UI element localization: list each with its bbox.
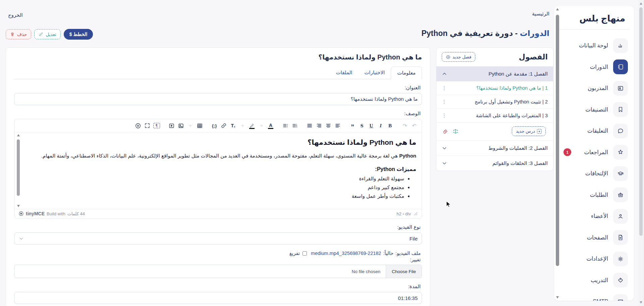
kebab-menu-icon[interactable]: ⋮	[442, 85, 447, 91]
italic-icon[interactable]: I	[377, 122, 384, 129]
undo-icon[interactable]: ↶	[411, 122, 418, 129]
chapter-row-1[interactable]: الفصل 1: مقدمة عن Python	[436, 67, 553, 81]
lesson-title-input[interactable]	[14, 93, 422, 105]
link-icon[interactable]	[220, 122, 227, 129]
removeformat-icon[interactable]: Tx	[230, 122, 236, 129]
courses-breadcrumb-link[interactable]: الدورات	[520, 29, 549, 38]
backcolor-icon[interactable]	[249, 122, 255, 129]
sidebar-item-reviews[interactable]: المراجعات 1	[563, 142, 628, 163]
tab-quizzes[interactable]: الاختبارات	[358, 67, 391, 79]
scroll-up-arrow-icon[interactable]	[17, 134, 20, 136]
title-field-label: العنوان:	[15, 85, 421, 91]
bullist-icon[interactable]	[282, 122, 289, 129]
bullet-item: سهولة التعلم والقراءة	[30, 176, 404, 182]
tab-info[interactable]: معلومات	[391, 67, 422, 79]
lesson-row-2[interactable]: 2 | تثبيت Python وتشغيل أول برنامج ⋮	[436, 95, 553, 109]
rename-chapter-icon[interactable]	[452, 128, 459, 134]
duration-input[interactable]	[14, 292, 422, 304]
fullscreen-icon[interactable]	[144, 122, 151, 129]
resize-grip-icon[interactable]	[414, 212, 418, 216]
sidebar-item-comments[interactable]: التعليقات	[563, 120, 628, 142]
sidebar-item-settings[interactable]: الإعدادات	[563, 248, 628, 270]
lesson-row-1[interactable]: 1 | ما هي Python ولماذا نستخدمها؟ ⋮	[436, 81, 553, 95]
visualblocks-icon[interactable]: ¶	[153, 123, 160, 128]
new-chapter-label: فصل جديد	[452, 54, 471, 59]
sidebar-item-orders[interactable]: الطلبات	[563, 184, 628, 206]
sidebar-item-categories[interactable]: التصنيفات	[563, 99, 628, 121]
media-icon[interactable]	[168, 122, 175, 129]
editor-scrollbar[interactable]	[16, 133, 21, 208]
table-icon[interactable]	[196, 122, 203, 129]
codesample-icon[interactable]: {;}	[211, 122, 218, 129]
align-right-icon[interactable]	[316, 122, 322, 129]
scroll-up-arrow-icon[interactable]	[640, 2, 642, 5]
delete-lesson-button[interactable]: حذف	[6, 29, 31, 39]
kebab-menu-icon[interactable]: ⋮	[442, 99, 447, 105]
justify-icon[interactable]	[306, 122, 313, 129]
clear-file-checkbox[interactable]	[303, 251, 307, 256]
sidebar-item-training[interactable]: التدريب	[563, 270, 628, 291]
align-left-icon[interactable]	[334, 122, 341, 129]
sidebar-menu: لوحة البيانات الدورات المدربون التصنيفات…	[554, 30, 634, 301]
sidebar-item-courses[interactable]: الدورات	[563, 56, 628, 78]
chapters-panel: الفصول فصل جديد الفصل 1: مقدمة عن Python…	[436, 47, 553, 171]
kebab-menu-icon[interactable]: ⋮	[442, 113, 447, 119]
edit-lesson-button[interactable]: تعديل	[34, 29, 60, 39]
new-chapter-button[interactable]: فصل جديد	[442, 52, 475, 62]
sidebar-item-members[interactable]: الأعضاء	[563, 206, 628, 227]
sidebar-scrollbar-thumb[interactable]	[556, 15, 559, 266]
chapter-row-2[interactable]: الفصل 2: العمليات والشروط	[436, 141, 553, 156]
video-file-input[interactable]: No file chosen Choose File	[14, 265, 422, 278]
sidebar-item-label: التعليقات	[587, 128, 608, 134]
lesson-row-3[interactable]: 3 | المتغيرات والطباعة على الشاشة ⋮	[436, 109, 553, 123]
window-scrollbar[interactable]	[638, 0, 644, 306]
strikethrough-icon[interactable]: S	[359, 122, 365, 129]
image-icon[interactable]	[177, 122, 184, 129]
sidebar-item-dashboard[interactable]: لوحة البيانات	[563, 35, 628, 56]
logout-link[interactable]: الخروج	[8, 12, 23, 18]
new-lesson-button[interactable]: + درس جديد	[512, 126, 546, 136]
align-center-icon[interactable]	[325, 122, 332, 129]
current-file-link[interactable]: medium.mp4_325698769-22182	[311, 251, 381, 256]
page-icon	[613, 230, 628, 245]
sidebar-item-smtp[interactable]: SMTP	[563, 291, 628, 301]
preview-icon[interactable]	[135, 122, 141, 129]
redo-icon[interactable]: ↷	[401, 122, 408, 129]
forecolor-icon[interactable]: A	[267, 122, 274, 129]
delete-chapter-icon[interactable]	[442, 128, 448, 134]
choose-file-button[interactable]: Choose File	[386, 265, 422, 278]
home-link[interactable]: الرئيسية	[532, 11, 549, 17]
tinymce-branding[interactable]: tinyMCE Build with 44 كلمات	[18, 211, 85, 216]
underline-icon[interactable]: U	[368, 122, 375, 129]
window-scrollbar-thumb[interactable]	[639, 7, 643, 236]
editor-scrollbar-thumb[interactable]	[17, 139, 20, 196]
element-path-text[interactable]: h2 ‹ div	[396, 211, 411, 216]
content-heading: ما هي Python ولماذا نستخدمها؟	[30, 138, 416, 146]
chapter-row-3[interactable]: الفصل 3: الحلقات والقوائم	[436, 156, 553, 171]
chevron-down-icon[interactable]	[442, 161, 447, 166]
pencil-icon	[39, 32, 43, 37]
chevron-down-icon[interactable]	[442, 145, 447, 151]
editor-content[interactable]: ما هي Python ولماذا نستخدمها؟ Python هي …	[14, 132, 422, 209]
duration-label: المدة:	[15, 283, 421, 290]
bold-icon[interactable]: B	[387, 122, 393, 129]
dropdown-chevron-icon[interactable]	[187, 122, 194, 129]
scroll-up-arrow-icon[interactable]	[556, 8, 559, 10]
sidebar-item-enrollments[interactable]: الإلتحاقات	[563, 163, 628, 184]
dropdown-chevron-icon[interactable]	[258, 122, 265, 129]
tab-files[interactable]: الملفات	[330, 67, 358, 79]
scroll-down-arrow-icon[interactable]	[640, 301, 642, 304]
scroll-down-arrow-icon[interactable]	[556, 296, 559, 299]
sidebar: منهاج بلس لوحة البيانات الدورات المدربون…	[554, 6, 634, 301]
chevron-up-icon[interactable]	[442, 71, 447, 77]
dropdown-chevron-icon[interactable]	[239, 122, 246, 129]
sidebar-item-trainers[interactable]: المدربون	[563, 78, 628, 99]
video-type-select[interactable]: File	[14, 232, 422, 245]
video-type-value: File	[410, 236, 418, 242]
numlist-icon[interactable]	[291, 122, 298, 129]
sidebar-item-pages[interactable]: الصفحات	[563, 227, 628, 249]
blockquote-icon[interactable]: ”	[349, 122, 356, 129]
plans-button[interactable]: الخطط $	[64, 29, 93, 40]
sidebar-scrollbar[interactable]	[555, 7, 560, 299]
scroll-down-arrow-icon[interactable]	[17, 205, 20, 207]
